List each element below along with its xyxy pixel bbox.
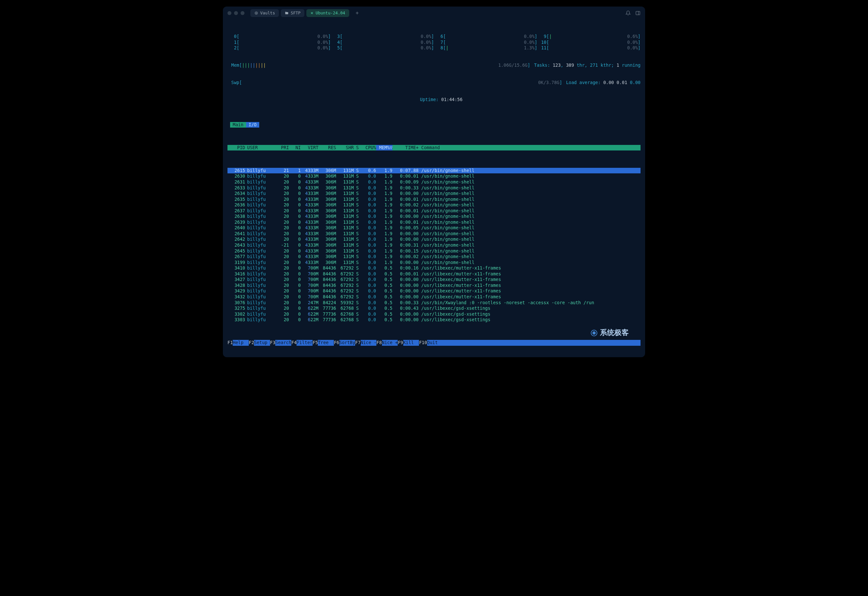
- process-row[interactable]: 3199billyfu2004333M306M131MS0.01.90:00.0…: [228, 260, 640, 266]
- cpu: 0.0: [360, 288, 376, 294]
- cpu-id: 5: [331, 45, 340, 51]
- pri: 20: [275, 173, 289, 179]
- bell-icon[interactable]: [625, 10, 631, 16]
- htop-tabs: Main I/O: [228, 122, 640, 128]
- fn-item[interactable]: F1Help: [228, 340, 249, 346]
- shr: 62768: [336, 317, 354, 323]
- fn-item[interactable]: F7Nice -: [355, 340, 376, 346]
- cpu-meter: 8[|1.3%]: [434, 45, 537, 51]
- process-row[interactable]: 2615billyfu2114333M306M131MS0.61.90:07.8…: [228, 168, 640, 174]
- cpu-bar: |: [446, 45, 448, 51]
- cpu-id: 0: [228, 34, 237, 40]
- process-row[interactable]: 3076billyfu200247M8422459392S0.00.50:00.…: [228, 300, 640, 306]
- state: S: [354, 248, 360, 254]
- mem: 1.9: [376, 191, 392, 196]
- process-row[interactable]: 2639billyfu2004333M306M131MS0.01.90:00.0…: [228, 220, 640, 226]
- maximize-window-button[interactable]: [241, 11, 244, 15]
- state: S: [354, 196, 360, 202]
- process-row[interactable]: 2638billyfu2004333M306M131MS0.01.90:00.0…: [228, 214, 640, 220]
- fn-item[interactable]: F5Tree: [313, 340, 334, 346]
- res: 84436: [318, 265, 336, 271]
- time: 0:00.00: [392, 260, 418, 266]
- close-window-button[interactable]: [228, 11, 231, 15]
- process-row[interactable]: 2637billyfu2004333M306M131MS0.01.90:00.0…: [228, 208, 640, 214]
- shr: 67292: [336, 265, 354, 271]
- process-row[interactable]: 3432billyfu200700M8443667292S0.00.50:00.…: [228, 294, 640, 300]
- uptime-label: Uptime:: [420, 97, 441, 103]
- process-row[interactable]: 3429billyfu200700M8443667292S0.00.50:00.…: [228, 288, 640, 294]
- process-list[interactable]: 2615billyfu2114333M306M131MS0.61.90:07.8…: [228, 168, 640, 323]
- fn-item[interactable]: F2Setup: [249, 340, 270, 346]
- cpu-id: 7: [434, 40, 443, 46]
- kthr-count: 271 kthr;: [590, 62, 617, 68]
- fn-key: F8: [376, 340, 382, 345]
- pid: 2635: [228, 196, 245, 202]
- col-res: RES: [318, 145, 336, 151]
- command: /usr/bin/gnome-shell: [418, 173, 640, 179]
- user: billyfu: [245, 196, 275, 202]
- process-row[interactable]: 3275billyfu200622M7773662768S0.00.50:00.…: [228, 305, 640, 311]
- virt: 4333M: [301, 168, 318, 174]
- pri: 20: [275, 300, 289, 306]
- ni: 0: [289, 196, 301, 202]
- fn-item[interactable]: F4Filter: [291, 340, 313, 346]
- process-row[interactable]: 2633billyfu2004333M306M131MS0.01.90:00.3…: [228, 185, 640, 191]
- process-row[interactable]: 2635billyfu2004333M306M131MS0.01.90:00.0…: [228, 196, 640, 202]
- process-row[interactable]: 3427billyfu200700M8443667292S0.00.50:00.…: [228, 277, 640, 283]
- ni: 0: [289, 294, 301, 300]
- mem: 0.5: [376, 300, 392, 306]
- res: 306M: [318, 242, 336, 248]
- user: billyfu: [245, 173, 275, 179]
- fn-item[interactable]: F8Nice +: [376, 340, 398, 346]
- time: 0:00.01: [392, 173, 418, 179]
- mem: 1.9: [376, 196, 392, 202]
- fn-label: Quit: [427, 340, 443, 346]
- fn-item[interactable]: F6SortBy: [334, 340, 355, 346]
- shr: 131M: [336, 260, 354, 266]
- loadavg-2: 0.01: [617, 80, 627, 86]
- panel-icon[interactable]: [635, 10, 640, 16]
- process-row[interactable]: 2640billyfu2004333M306M131MS0.01.90:00.0…: [228, 225, 640, 231]
- ni: 0: [289, 260, 301, 266]
- pri: 20: [275, 288, 289, 294]
- tab-main[interactable]: Main: [230, 122, 246, 128]
- mem: 1.9: [376, 179, 392, 185]
- minimize-window-button[interactable]: [234, 11, 238, 15]
- shr: 131M: [336, 214, 354, 220]
- process-row[interactable]: 3428billyfu200700M8443667292S0.00.50:00.…: [228, 283, 640, 289]
- fn-item[interactable]: F9Kill: [398, 340, 419, 346]
- time: 0:00.00: [392, 191, 418, 196]
- titlebar-tab[interactable]: Vaults: [250, 9, 279, 17]
- process-row[interactable]: 2634billyfu2004333M306M131MS0.01.90:00.0…: [228, 191, 640, 196]
- new-tab-button[interactable]: +: [354, 10, 361, 17]
- process-row[interactable]: 2642billyfu2004333M306M131MS0.01.90:00.0…: [228, 236, 640, 242]
- process-row[interactable]: 2641billyfu2004333M306M131MS0.01.90:00.0…: [228, 231, 640, 237]
- col-virt: VIRT: [301, 145, 318, 151]
- fn-item[interactable]: F10Quit: [419, 340, 443, 346]
- process-row[interactable]: 3302billyfu200622M7773662768S0.00.50:00.…: [228, 311, 640, 317]
- terminal-content[interactable]: 0[0.0%]3[0.0%]6[0.0%]9[|0.6%]1[0.0%]4[0.…: [223, 20, 645, 357]
- mem: 0.5: [376, 305, 392, 311]
- state: S: [354, 220, 360, 226]
- process-header[interactable]: PID USER PRI NI VIRT RES SHR S CPU% MEM%…: [228, 145, 640, 151]
- process-row[interactable]: 2636billyfu2004333M306M131MS0.01.90:00.0…: [228, 202, 640, 208]
- tab-io[interactable]: I/O: [246, 122, 259, 128]
- process-row[interactable]: 2643billyfu-2104333M306M131MS0.01.90:00.…: [228, 242, 640, 248]
- titlebar-tab[interactable]: SFTP: [281, 9, 305, 17]
- process-row[interactable]: 3303billyfu200622M7773662768S0.00.50:00.…: [228, 317, 640, 323]
- pid: 2641: [228, 231, 245, 237]
- cpu-id: 2: [228, 45, 237, 51]
- titlebar-tab[interactable]: Ubuntu-24.04: [306, 9, 349, 17]
- process-row[interactable]: 3410billyfu200700M8443667292S0.00.50:00.…: [228, 265, 640, 271]
- cpu: 0.0: [360, 191, 376, 196]
- mem-value: 1.06G/15.6G: [498, 62, 527, 68]
- process-row[interactable]: 2630billyfu2004333M306M131MS0.01.90:00.0…: [228, 173, 640, 179]
- process-row[interactable]: 2645billyfu2004333M306M131MS0.01.90:00.1…: [228, 248, 640, 254]
- pid: 3427: [228, 277, 245, 283]
- process-row[interactable]: 3416billyfu200700M8443667292S0.00.50:00.…: [228, 271, 640, 277]
- pid: 3410: [228, 265, 245, 271]
- fn-item[interactable]: F3Search: [270, 340, 291, 346]
- process-row[interactable]: 2677billyfu2004333M306M131MS0.01.90:00.0…: [228, 254, 640, 260]
- process-row[interactable]: 2631billyfu2004333M306M131MS0.01.90:00.0…: [228, 179, 640, 185]
- command: /usr/bin/gnome-shell: [418, 236, 640, 242]
